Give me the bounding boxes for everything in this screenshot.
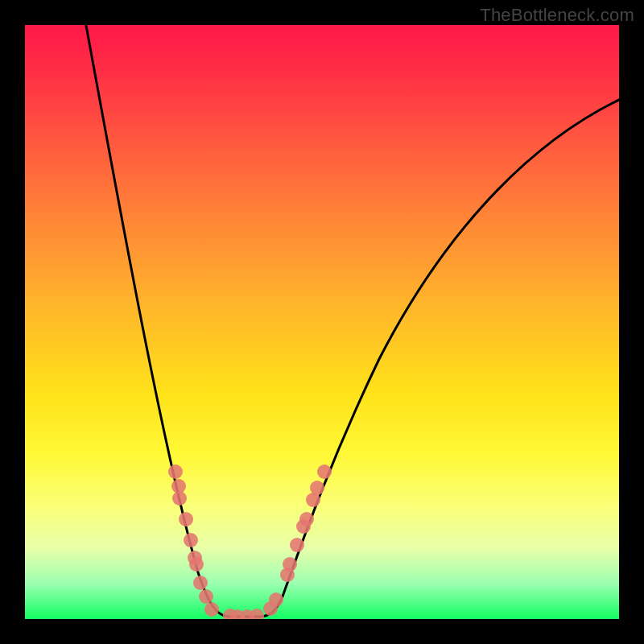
plot-area (25, 25, 619, 619)
data-dot (204, 602, 219, 617)
data-dot (290, 538, 304, 552)
data-dot (250, 609, 264, 619)
data-dot (168, 464, 183, 479)
data-dot (310, 481, 324, 495)
data-dot (299, 512, 314, 526)
data-dot (317, 464, 332, 479)
data-dot (171, 479, 186, 493)
data-dot (188, 551, 202, 565)
data-dot (283, 557, 297, 572)
data-dot (280, 568, 295, 582)
data-dot (269, 592, 283, 607)
data-dot (193, 576, 208, 590)
watermark-label: TheBottleneck.com (480, 5, 634, 26)
data-dot (296, 519, 311, 534)
dots-bottom (223, 609, 264, 619)
data-dot (172, 491, 187, 506)
data-dot (240, 609, 254, 619)
data-dot (306, 493, 320, 507)
curve-layer (25, 25, 619, 619)
data-dot (230, 609, 245, 619)
dots-right (263, 464, 332, 616)
dots-left (168, 464, 219, 617)
data-dot (263, 601, 278, 616)
data-dot (184, 533, 198, 547)
bottleneck-curve (85, 25, 619, 617)
data-dot (179, 512, 193, 526)
chart-canvas: TheBottleneck.com (0, 0, 644, 644)
data-dot (223, 609, 237, 619)
data-dot (189, 557, 204, 572)
data-dot (199, 589, 213, 604)
